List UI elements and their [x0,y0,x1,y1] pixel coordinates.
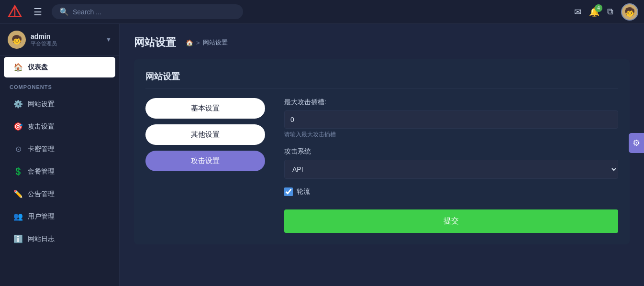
roundrobin-label: 轮流 [297,187,310,196]
other-settings-button[interactable]: 其他设置 [145,124,265,145]
circle-icon: ⊙ [13,144,23,154]
settings-form: 最大攻击插槽: 请输入最大攻击插槽 攻击系统 API 轮流 [284,98,618,233]
roundrobin-group: 轮流 [284,187,618,196]
hamburger-button[interactable]: ☰ [30,4,46,20]
sidebar-item-label: 公告管理 [28,190,55,198]
user-name: admin [31,33,101,40]
sidebar-item-website-settings[interactable]: ⚙️ 网站设置 [4,94,115,114]
layers-button[interactable]: ⧉ [607,7,613,17]
user-chevron-icon: ▼ [106,36,111,43]
home-icon: 🏠 [13,63,23,72]
sidebar-item-label: 仪表盘 [28,63,48,72]
info-icon: ℹ️ [13,234,23,243]
submit-button[interactable]: 提交 [284,209,618,233]
components-label: COMPONENTS [0,78,119,93]
user-section: 🧒 admin 平台管理员 ▼ [0,24,119,56]
sidebar-item-website-log[interactable]: ℹ️ 网站日志 [4,229,115,249]
sidebar-item-label: 用户管理 [28,212,55,221]
max-attack-input[interactable] [284,110,618,129]
sidebar: 🧒 admin 平台管理员 ▼ 🏠 仪表盘 COMPONENTS ⚙️ 网站设置… [0,24,120,286]
breadcrumb-home-icon: 🏠 [186,39,193,46]
attack-system-label: 攻击系统 [284,147,618,156]
sidebar-item-label: 网站日志 [28,235,55,243]
users-icon: 👥 [13,212,23,221]
sidebar-item-label: 攻击设置 [28,122,55,131]
settings-card: 网站设置 基本设置 其他设置 攻击设置 最大攻击插槽: 请输入最大攻击插槽 [134,59,630,244]
breadcrumb-separator: > [196,39,200,46]
sidebar-item-package-management[interactable]: 💲 套餐管理 [4,161,115,182]
sidebar-item-announcement[interactable]: ✏️ 公告管理 [4,184,115,204]
card-body: 基本设置 其他设置 攻击设置 最大攻击插槽: 请输入最大攻击插槽 攻击系统 AP… [145,98,618,233]
breadcrumb-current: 网站设置 [203,38,228,47]
target-icon: 🎯 [13,122,23,131]
user-avatar-button[interactable]: 🧒 [621,3,638,21]
sidebar-avatar: 🧒 [8,31,26,49]
body-area: 🧒 admin 平台管理员 ▼ 🏠 仪表盘 COMPONENTS ⚙️ 网站设置… [0,24,644,286]
logo [6,3,24,21]
attack-settings-button[interactable]: 攻击设置 [145,151,265,171]
notification-button[interactable]: 🔔 4 [589,7,600,17]
mail-button[interactable]: ✉ [574,7,581,17]
search-icon: 🔍 [59,7,69,16]
max-attack-hint: 请输入最大攻击插槽 [284,131,618,139]
roundrobin-checkbox[interactable] [284,187,293,196]
max-attack-label: 最大攻击插槽: [284,98,618,107]
topnav-actions: ✉ 🔔 4 ⧉ 🧒 [574,3,638,21]
notification-badge: 4 [595,4,602,12]
breadcrumb: 🏠 > 网站设置 [186,38,228,47]
search-bar: 🔍 [52,4,243,19]
sidebar-item-label: 卡密管理 [28,145,55,154]
sidebar-item-dashboard[interactable]: 🏠 仪表盘 [4,57,115,77]
sidebar-item-label: 网站设置 [28,100,55,109]
topnav: ☰ 🔍 ✉ 🔔 4 ⧉ 🧒 [0,0,644,24]
card-title: 网站设置 [145,71,618,88]
search-input[interactable] [73,8,235,16]
page-header: 网站设置 🏠 > 网站设置 [134,35,630,50]
attack-system-select[interactable]: API [284,160,618,179]
settings-nav: 基本设置 其他设置 攻击设置 [145,98,265,233]
main-content: 网站设置 🏠 > 网站设置 网站设置 基本设置 其他设置 攻击设置 最大攻 [120,24,644,286]
user-role: 平台管理员 [31,40,101,47]
gear-icon: ⚙️ [13,99,23,109]
dollar-icon: 💲 [13,167,23,176]
sidebar-item-label: 套餐管理 [28,167,55,176]
edit-icon: ✏️ [13,189,23,198]
basic-settings-button[interactable]: 基本设置 [145,98,265,119]
max-attack-group: 最大攻击插槽: 请输入最大攻击插槽 [284,98,618,139]
sidebar-item-attack-settings[interactable]: 🎯 攻击设置 [4,116,115,137]
floating-settings-button[interactable]: ⚙ [629,133,644,153]
sidebar-item-user-management[interactable]: 👥 用户管理 [4,206,115,227]
attack-system-group: 攻击系统 API [284,147,618,179]
sidebar-item-card-management[interactable]: ⊙ 卡密管理 [4,139,115,159]
page-title: 网站设置 [134,35,176,50]
user-info: admin 平台管理员 [31,33,101,47]
